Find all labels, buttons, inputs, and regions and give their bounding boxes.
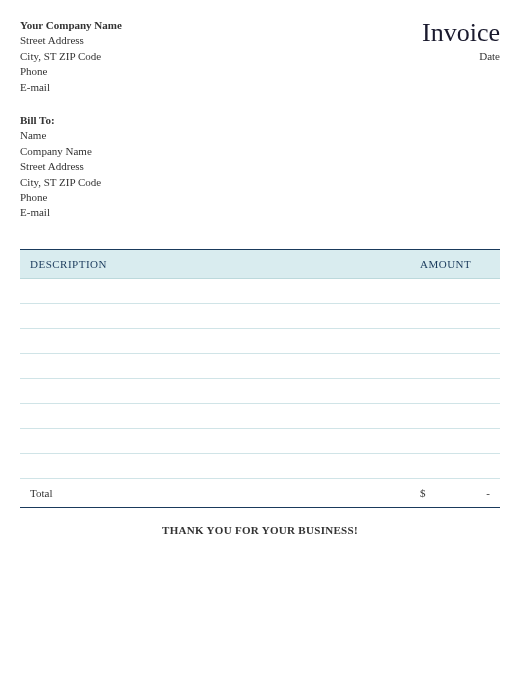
billto-company: Company Name xyxy=(20,144,500,159)
cell-amount xyxy=(410,278,500,303)
cell-description xyxy=(20,353,410,378)
table-row xyxy=(20,453,500,478)
total-value: - xyxy=(486,487,490,499)
col-description-header: DESCRIPTION xyxy=(20,249,410,278)
company-name: Your Company Name xyxy=(20,18,122,33)
cell-amount xyxy=(410,303,500,328)
company-phone: Phone xyxy=(20,64,122,79)
table-row xyxy=(20,278,500,303)
cell-description xyxy=(20,453,410,478)
billto-block: Bill To: Name Company Name Street Addres… xyxy=(20,113,500,221)
billto-phone: Phone xyxy=(20,190,500,205)
table-header-row: DESCRIPTION AMOUNT xyxy=(20,249,500,278)
invoice-table: DESCRIPTION AMOUNT Total $ - xyxy=(20,249,500,508)
cell-description xyxy=(20,378,410,403)
table-row xyxy=(20,428,500,453)
billto-citystzip: City, ST ZIP Code xyxy=(20,175,500,190)
cell-description xyxy=(20,403,410,428)
title-block: Invoice Date xyxy=(422,18,500,62)
company-email: E-mail xyxy=(20,80,122,95)
total-amount-cell: $ - xyxy=(410,478,500,507)
header: Your Company Name Street Address City, S… xyxy=(20,18,500,95)
cell-amount xyxy=(410,453,500,478)
billto-street: Street Address xyxy=(20,159,500,174)
billto-heading: Bill To: xyxy=(20,113,500,128)
cell-amount xyxy=(410,403,500,428)
billto-name: Name xyxy=(20,128,500,143)
cell-amount xyxy=(410,378,500,403)
cell-description xyxy=(20,428,410,453)
col-amount-header: AMOUNT xyxy=(410,249,500,278)
cell-description xyxy=(20,328,410,353)
table-row xyxy=(20,403,500,428)
cell-description xyxy=(20,278,410,303)
company-street: Street Address xyxy=(20,33,122,48)
date-label: Date xyxy=(422,50,500,62)
cell-description xyxy=(20,303,410,328)
company-citystzip: City, ST ZIP Code xyxy=(20,49,122,64)
billto-email: E-mail xyxy=(20,205,500,220)
total-row: Total $ - xyxy=(20,478,500,507)
table-row xyxy=(20,303,500,328)
cell-amount xyxy=(410,328,500,353)
cell-amount xyxy=(410,428,500,453)
table-row xyxy=(20,378,500,403)
document-title: Invoice xyxy=(422,18,500,48)
cell-amount xyxy=(410,353,500,378)
total-currency: $ xyxy=(420,487,426,499)
table-row xyxy=(20,353,500,378)
thanks-message: THANK YOU FOR YOUR BUSINESS! xyxy=(20,524,500,536)
company-block: Your Company Name Street Address City, S… xyxy=(20,18,122,95)
total-label: Total xyxy=(20,478,410,507)
table-row xyxy=(20,328,500,353)
